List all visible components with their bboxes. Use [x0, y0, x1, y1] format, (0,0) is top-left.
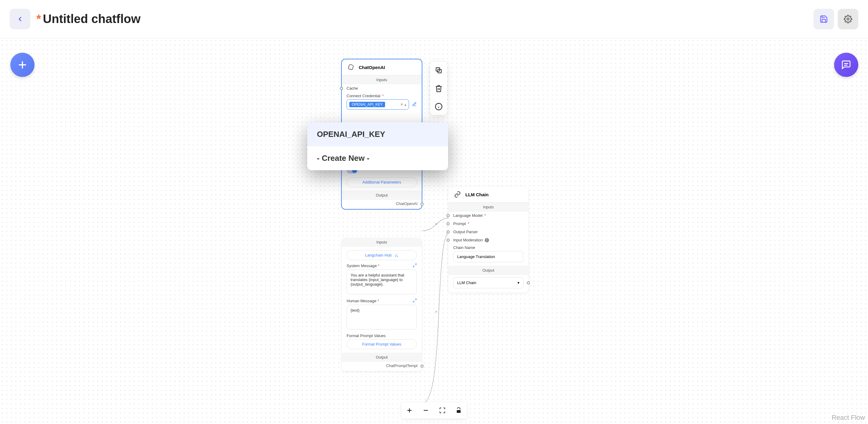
info-circle-icon	[435, 103, 443, 110]
expand-icon	[413, 263, 417, 267]
app-header: * Untitled chatflow	[0, 0, 868, 38]
copy-icon	[435, 66, 443, 74]
title-wrap: * Untitled chatflow	[36, 12, 141, 26]
info-button[interactable]	[433, 101, 444, 112]
chain-icon	[453, 190, 462, 199]
node-toolbar	[430, 62, 447, 115]
node-llm-chain[interactable]: LLM Chain Inputs Language Model* Prompt*…	[448, 187, 528, 293]
expand-system-message-button[interactable]	[413, 263, 417, 268]
expand-human-message-button[interactable]	[413, 298, 417, 303]
chevron-up-icon[interactable]: ▴	[404, 102, 406, 107]
format-prompt-values-label: Format Prompt Values	[347, 333, 417, 338]
output-port-icon[interactable]	[421, 203, 424, 206]
cache-label: Cache	[347, 86, 358, 91]
output-select[interactable]: LLM Chain ▾	[453, 277, 524, 288]
port-cache[interactable]: Cache	[342, 84, 422, 92]
additional-parameters-button[interactable]: Additional Parameters	[347, 177, 417, 187]
chevron-left-icon	[17, 15, 24, 23]
svg-text:×: ×	[435, 309, 437, 314]
trash-icon	[435, 85, 443, 92]
node-header[interactable]: ChatOpenAI	[342, 59, 422, 75]
wand-icon	[394, 253, 398, 257]
output-prompt-template: ChatPromptTempl	[386, 363, 417, 368]
inputs-section-label: Inputs	[342, 75, 422, 84]
chat-button[interactable]	[834, 53, 858, 77]
input-port-icon[interactable]	[446, 214, 450, 217]
chevron-down-icon: ▾	[518, 281, 520, 285]
credential-chip: OPENAI_API_KEY	[349, 102, 385, 107]
zoom-controls: + −	[401, 402, 467, 419]
fullscreen-icon	[439, 407, 446, 414]
attribution-label: React Flow	[832, 414, 865, 422]
flow-canvas[interactable]: × × ChatOpenAI Inputs Cache Connect Cred…	[0, 38, 868, 424]
credential-combo[interactable]: OPENAI_API_KEY ✕ ▴	[347, 99, 417, 110]
save-button[interactable]	[813, 9, 834, 29]
output-chatopenai: ChatOpenAI	[396, 201, 417, 206]
header-left: * Untitled chatflow	[10, 9, 141, 29]
svg-line-15	[413, 301, 414, 302]
port-prompt[interactable]: Prompt*	[448, 220, 528, 228]
port-input-moderation[interactable]: Input Moderation i	[448, 236, 528, 244]
input-port-icon[interactable]	[446, 239, 450, 242]
output-section-label: Output	[342, 191, 422, 200]
unsaved-indicator: *	[36, 12, 41, 26]
svg-line-13	[413, 266, 414, 267]
chain-name-input[interactable]	[453, 251, 524, 262]
info-icon[interactable]: i	[485, 238, 489, 242]
system-message-label: System Message *	[347, 263, 379, 268]
lock-open-icon	[455, 407, 462, 414]
credential-select[interactable]: OPENAI_API_KEY ✕ ▴	[347, 99, 409, 110]
input-port-icon[interactable]	[340, 87, 343, 90]
settings-button[interactable]	[838, 9, 858, 29]
expand-icon	[413, 298, 417, 302]
zoom-out-button[interactable]: −	[418, 402, 434, 419]
langchain-hub-button[interactable]: Langchain Hub	[347, 250, 417, 260]
lock-button[interactable]	[451, 402, 467, 419]
output-port-icon[interactable]	[421, 365, 424, 368]
back-button[interactable]	[10, 9, 30, 29]
output-port-icon[interactable]	[527, 281, 530, 284]
gear-icon	[844, 15, 852, 23]
output-section-label: Output	[342, 353, 422, 362]
inputs-section-label: Inputs	[448, 203, 528, 211]
svg-line-12	[415, 264, 416, 265]
clear-icon[interactable]: ✕	[400, 102, 403, 107]
human-message-label: Human Message *	[347, 299, 379, 303]
plus-icon	[17, 59, 28, 70]
system-message-input[interactable]	[347, 269, 417, 294]
svg-text:×: ×	[435, 222, 437, 226]
port-language-model[interactable]: Language Model*	[448, 211, 528, 220]
output-section-label: Output	[448, 266, 528, 275]
node-header[interactable]: LLM Chain	[448, 187, 528, 203]
inputs-section-label: Inputs	[342, 238, 422, 247]
node-title: LLM Chain	[465, 192, 489, 197]
svg-point-0	[847, 18, 849, 20]
port-output-parser[interactable]: Output Parser	[448, 228, 528, 236]
chat-icon	[841, 60, 851, 70]
dropdown-option-create-new[interactable]: - Create New -	[307, 146, 448, 170]
pencil-icon	[412, 102, 417, 107]
svg-line-14	[415, 299, 416, 300]
svg-rect-16	[457, 410, 461, 413]
node-prompt-template[interactable]: Inputs Langchain Hub System Message * Hu…	[342, 238, 422, 371]
input-port-icon[interactable]	[446, 230, 450, 233]
openai-logo-icon	[347, 63, 355, 71]
fit-view-button[interactable]	[434, 402, 451, 419]
chain-name-label: Chain Name	[453, 245, 524, 250]
node-title: ChatOpenAI	[359, 65, 385, 70]
credential-dropdown[interactable]: OPENAI_API_KEY - Create New -	[307, 122, 448, 170]
add-node-button[interactable]	[10, 53, 35, 77]
format-prompt-values-button[interactable]: Format Prompt Values	[347, 339, 417, 349]
connect-credential-label: Connect Credential*	[347, 94, 417, 98]
delete-button[interactable]	[433, 83, 444, 94]
edit-credential-button[interactable]	[412, 102, 417, 107]
save-icon	[819, 15, 828, 23]
dropdown-option-openai-api-key[interactable]: OPENAI_API_KEY	[307, 122, 448, 146]
input-port-icon[interactable]	[446, 222, 450, 225]
header-right	[813, 9, 858, 29]
page-title[interactable]: Untitled chatflow	[43, 12, 141, 26]
human-message-input[interactable]	[347, 305, 417, 329]
duplicate-button[interactable]	[433, 65, 444, 76]
zoom-in-button[interactable]: +	[401, 402, 418, 419]
